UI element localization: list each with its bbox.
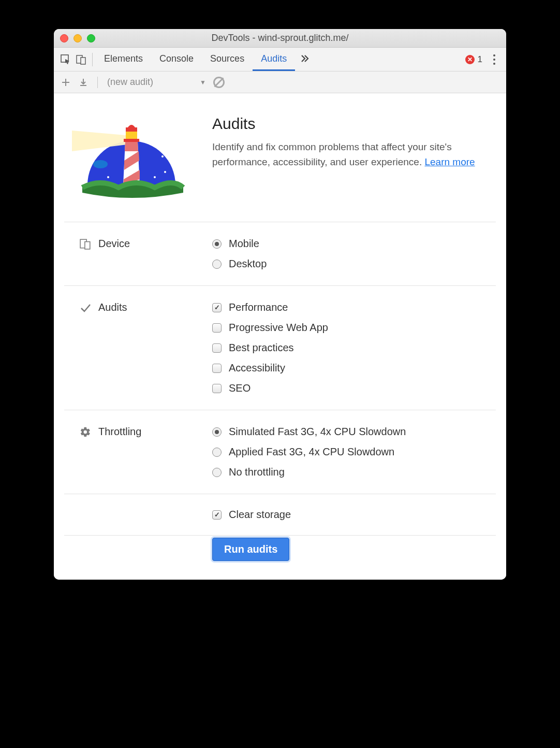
svg-rect-2 <box>81 57 85 64</box>
svg-point-12 <box>93 160 108 168</box>
audit-selector-label: (new audit) <box>107 77 153 88</box>
checkbox-icon <box>212 303 222 312</box>
section-device: Device Mobile Desktop <box>64 222 496 286</box>
checkbox-icon <box>212 364 222 373</box>
radio-icon <box>212 427 222 437</box>
svg-rect-22 <box>85 241 90 249</box>
close-window-button[interactable] <box>60 34 68 42</box>
lighthouse-illustration <box>69 115 194 203</box>
svg-point-10 <box>154 176 156 178</box>
tab-elements[interactable]: Elements <box>96 48 151 71</box>
radio-icon <box>212 239 222 249</box>
svg-point-6 <box>161 155 164 157</box>
throttling-option-simulated[interactable]: Simulated Fast 3G, 4x CPU Slowdown <box>212 426 406 438</box>
error-count[interactable]: ✕ 1 <box>465 54 482 65</box>
devtools-tabbar: Elements Console Sources Audits ✕ 1 <box>54 48 506 71</box>
tab-console[interactable]: Console <box>151 48 202 71</box>
checkbox-icon <box>212 343 222 353</box>
device-icon <box>80 238 91 250</box>
divider <box>97 77 98 88</box>
tabs: Elements Console Sources Audits <box>96 48 315 71</box>
audits-title: Audits <box>212 115 491 133</box>
throttling-option-none[interactable]: No throttling <box>212 466 406 478</box>
clear-storage-option[interactable]: Clear storage <box>212 509 291 521</box>
svg-point-9 <box>107 176 109 178</box>
audits-description: Identify and fix common problems that af… <box>212 140 491 169</box>
device-label: Device <box>98 238 130 250</box>
section-audits: Audits Performance Progressive Web App B… <box>64 286 496 410</box>
divider <box>92 53 93 66</box>
zoom-window-button[interactable] <box>87 34 95 42</box>
throttling-label: Throttling <box>98 426 141 438</box>
audit-selector[interactable]: (new audit) ▼ <box>105 76 208 89</box>
checkbox-icon <box>212 384 222 393</box>
checkbox-icon <box>212 323 222 333</box>
svg-point-8 <box>164 171 166 173</box>
titlebar: DevTools - wind-sprout.glitch.me/ <box>54 29 506 48</box>
error-count-value: 1 <box>478 54 482 65</box>
minimize-window-button[interactable] <box>73 34 82 42</box>
audit-option-performance[interactable]: Performance <box>212 301 328 313</box>
window-controls <box>60 34 95 42</box>
checkmark-icon <box>80 302 91 313</box>
section-clear-storage: Clear storage <box>64 494 496 536</box>
device-option-desktop[interactable]: Desktop <box>212 258 267 270</box>
window-title: DevTools - wind-sprout.glitch.me/ <box>54 33 506 44</box>
gear-icon <box>80 426 91 438</box>
section-throttling: Throttling Simulated Fast 3G, 4x CPU Slo… <box>64 410 496 494</box>
chevron-double-right-icon <box>300 54 310 63</box>
audit-option-best-practices[interactable]: Best practices <box>212 342 328 354</box>
radio-icon <box>212 448 222 457</box>
tab-audits[interactable]: Audits <box>253 48 295 71</box>
throttling-option-applied[interactable]: Applied Fast 3G, 4x CPU Slowdown <box>212 446 406 458</box>
chevron-down-icon: ▼ <box>200 79 206 86</box>
device-toolbar-icon[interactable] <box>73 52 89 67</box>
devtools-window: DevTools - wind-sprout.glitch.me/ Elemen… <box>54 29 506 580</box>
svg-point-11 <box>148 133 167 143</box>
svg-rect-16 <box>124 139 139 142</box>
error-icon: ✕ <box>465 55 475 64</box>
audit-option-accessibility[interactable]: Accessibility <box>212 362 328 374</box>
device-option-mobile[interactable]: Mobile <box>212 238 267 250</box>
audits-subbar: (new audit) ▼ <box>54 71 506 93</box>
svg-marker-18 <box>125 142 138 151</box>
tabs-overflow[interactable] <box>295 48 315 71</box>
run-audits-button[interactable]: Run audits <box>212 538 289 561</box>
tab-sources[interactable]: Sources <box>202 48 253 71</box>
checkbox-icon <box>212 510 222 520</box>
audit-option-pwa[interactable]: Progressive Web App <box>212 322 328 334</box>
clear-icon[interactable] <box>212 76 226 89</box>
learn-more-link[interactable]: Learn more <box>424 156 475 167</box>
new-audit-icon[interactable] <box>59 76 72 89</box>
radio-icon <box>212 260 222 269</box>
svg-rect-14 <box>126 127 137 132</box>
svg-rect-15 <box>126 132 137 139</box>
radio-icon <box>212 468 222 477</box>
audit-option-seo[interactable]: SEO <box>212 382 328 394</box>
download-icon[interactable] <box>77 76 90 89</box>
audits-hero: Audits Identify and fix common problems … <box>64 93 496 222</box>
devtools-menu-button[interactable] <box>487 52 502 67</box>
audits-label: Audits <box>98 301 127 313</box>
svg-point-5 <box>149 142 151 145</box>
audits-panel: Audits Identify and fix common problems … <box>54 93 506 580</box>
inspect-element-icon[interactable] <box>58 52 73 67</box>
